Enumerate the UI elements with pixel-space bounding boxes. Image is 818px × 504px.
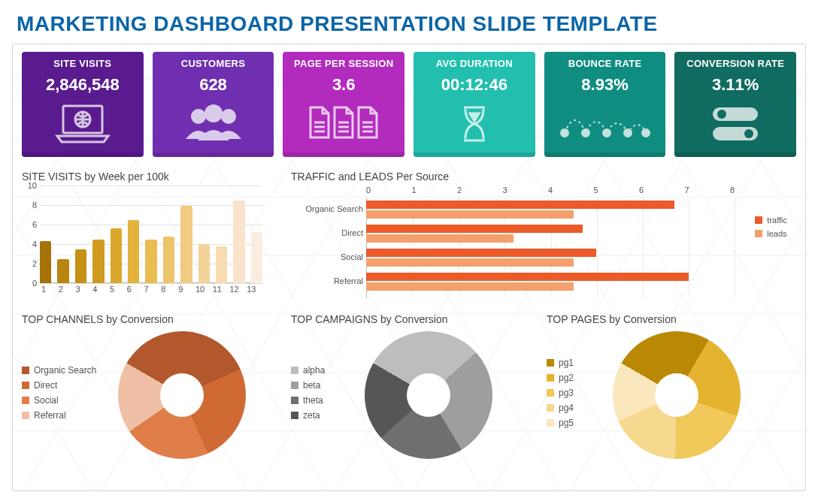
tile-label: AVG DURATION xyxy=(418,58,531,69)
tile-site-visits: SITE VISITS 2,846,548 xyxy=(22,52,144,157)
svg-point-5 xyxy=(561,129,568,137)
svg-point-2 xyxy=(191,109,206,124)
dashboard-board: SITE VISITS 2,846,548 CUSTOMERS 628 xyxy=(12,44,806,491)
svg-point-6 xyxy=(582,129,589,137)
section-top-channels: TOP CHANNELS by Conversion Organic Searc… xyxy=(22,313,277,459)
section-title: TOP CAMPAIGNS by Conversion xyxy=(291,313,539,325)
metric-tiles-row: SITE VISITS 2,846,548 CUSTOMERS 628 xyxy=(22,52,796,157)
tile-label: BOUNCE RATE xyxy=(549,58,662,69)
svg-point-11 xyxy=(717,110,726,119)
tile-label: PAGE PER SESSION xyxy=(287,58,400,69)
donut-campaigns xyxy=(365,331,492,459)
users-icon xyxy=(157,101,270,147)
toggles-icon xyxy=(679,101,792,147)
svg-point-4 xyxy=(221,109,236,124)
bar-chart-site-visits: 0246810 12345678910111213 xyxy=(22,186,262,298)
hourglass-icon xyxy=(418,101,531,147)
tile-customers: CUSTOMERS 628 xyxy=(153,52,274,157)
tile-bounce-rate: BOUNCE RATE 8.93% xyxy=(544,52,666,157)
tile-label: CUSTOMERS xyxy=(157,58,270,69)
tile-label: SITE VISITS xyxy=(26,58,139,69)
section-traffic-leads: TRAFFIC and LEADS Per Source 012345678 O… xyxy=(291,171,796,298)
tile-label: CONVERSION RATE xyxy=(679,58,792,69)
svg-point-13 xyxy=(744,129,753,138)
section-title: TOP PAGES by Conversion xyxy=(547,313,787,325)
svg-point-3 xyxy=(204,104,223,122)
tile-avg-duration: AVG DURATION 00:12:46 xyxy=(414,52,535,157)
tile-value: 00:12:46 xyxy=(418,75,531,95)
legend-pages: pg1pg2pg3pg4pg5 xyxy=(547,358,599,433)
section-top-campaigns: TOP CAMPAIGNS by Conversion alphabetathe… xyxy=(291,313,539,459)
section-title: TRAFFIC and LEADS Per Source xyxy=(291,171,796,183)
section-site-visits: SITE VISITS by Week per 100k 0246810 123… xyxy=(22,171,277,298)
legend-traffic: trafficleads xyxy=(755,216,787,243)
legend-channels: Organic SearchDirectSocialReferral xyxy=(22,365,112,425)
tile-value: 3.6 xyxy=(287,75,400,95)
section-top-pages: TOP PAGES by Conversion pg1pg2pg3pg4pg5 xyxy=(547,313,787,459)
tile-value: 8.93% xyxy=(549,75,662,95)
tile-value: 3.11% xyxy=(679,75,792,95)
tile-conversion-rate: CONVERSION RATE 3.11% xyxy=(674,52,796,157)
svg-point-7 xyxy=(603,129,610,137)
section-title: SITE VISITS by Week per 100k xyxy=(22,171,277,183)
svg-point-9 xyxy=(642,129,650,137)
tile-value: 2,846,548 xyxy=(26,75,139,95)
tile-page-per-session: PAGE PER SESSION 3.6 xyxy=(283,52,404,157)
hbar-chart-traffic: 012345678 Organic SearchDirectSocialRefe… xyxy=(291,186,787,298)
bounce-dots-icon xyxy=(549,101,662,147)
page-title: MARKETING DASHBOARD PRESENTATION SLIDE T… xyxy=(17,12,818,36)
svg-point-8 xyxy=(624,129,632,137)
laptop-globe-icon xyxy=(26,101,139,147)
documents-icon xyxy=(287,101,400,147)
donut-channels xyxy=(118,331,246,459)
section-title: TOP CHANNELS by Conversion xyxy=(22,313,277,325)
donut-pages xyxy=(613,331,741,459)
tile-value: 628 xyxy=(157,75,270,95)
legend-campaigns: alphabetathetazeta xyxy=(291,365,351,425)
